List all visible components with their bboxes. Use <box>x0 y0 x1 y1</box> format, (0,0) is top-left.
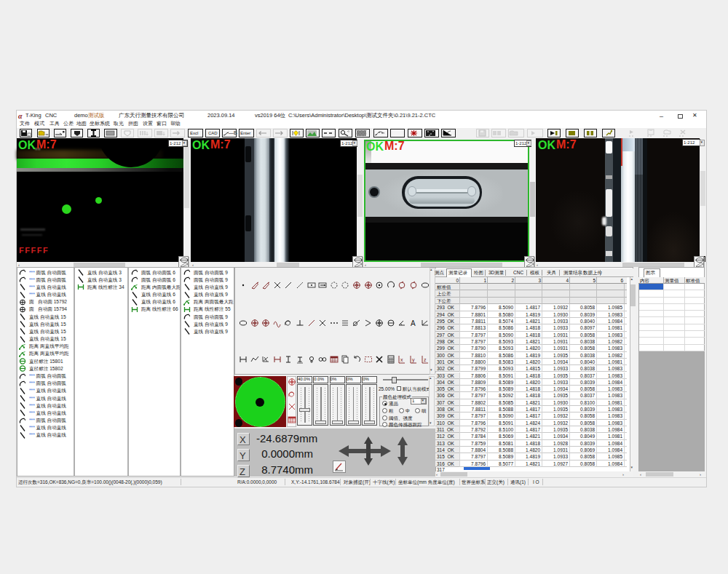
svg-text:—B: —B <box>229 130 237 135</box>
svg-text:A: A <box>411 319 416 327</box>
svg-text:y: y <box>412 357 415 363</box>
svg-text:Z: Z <box>240 466 245 477</box>
svg-text:z: z <box>424 357 427 362</box>
svg-text:Y: Y <box>240 450 246 461</box>
svg-text:X: X <box>240 434 246 445</box>
svg-text:x: x <box>400 357 403 362</box>
